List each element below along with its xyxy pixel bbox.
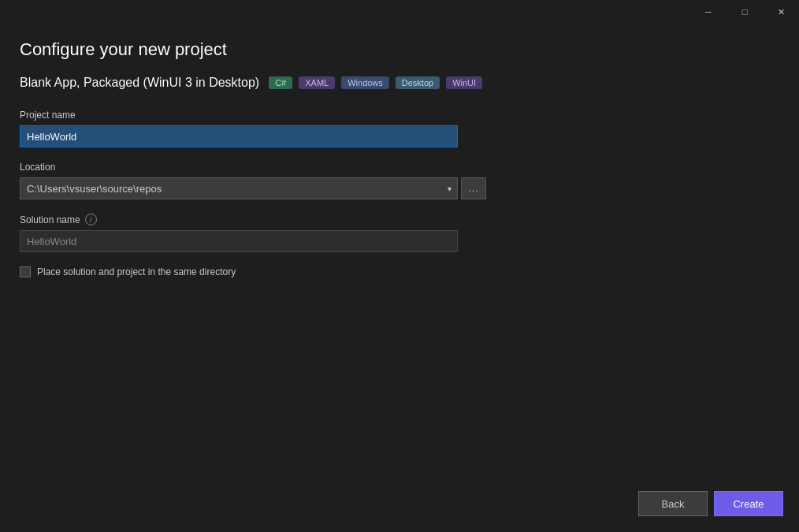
- main-content: Configure your new project Blank App, Pa…: [0, 24, 799, 293]
- location-group: Location ...: [20, 162, 779, 199]
- location-label: Location: [20, 162, 779, 173]
- same-directory-checkbox[interactable]: [20, 266, 31, 277]
- tag-csharp: C#: [269, 76, 292, 89]
- back-button[interactable]: Back: [638, 491, 708, 516]
- location-select-wrapper: [20, 177, 458, 199]
- close-button[interactable]: ✕: [763, 0, 799, 24]
- maximize-button[interactable]: □: [727, 0, 763, 24]
- project-name-input[interactable]: [20, 125, 458, 147]
- title-bar: ─ □ ✕: [0, 0, 799, 24]
- solution-name-input[interactable]: [20, 230, 458, 252]
- project-type-row: Blank App, Packaged (WinUI 3 in Desktop)…: [20, 76, 779, 90]
- solution-name-label-row: Solution name i: [20, 214, 779, 225]
- create-button[interactable]: Create: [714, 491, 783, 516]
- same-directory-label[interactable]: Place solution and project in the same d…: [37, 266, 236, 277]
- tag-desktop: Desktop: [396, 76, 440, 89]
- location-input[interactable]: [20, 177, 458, 199]
- solution-name-info-icon: i: [85, 214, 97, 225]
- tag-winui: WinUI: [446, 76, 482, 89]
- location-row: ...: [20, 177, 779, 199]
- page-title: Configure your new project: [20, 39, 779, 60]
- minimize-button[interactable]: ─: [690, 0, 727, 24]
- bottom-bar: Back Create: [638, 491, 783, 516]
- tag-windows: Windows: [341, 76, 389, 89]
- project-name-group: Project name: [20, 110, 779, 147]
- browse-button[interactable]: ...: [461, 177, 486, 199]
- project-name-label: Project name: [20, 110, 779, 121]
- same-directory-row: Place solution and project in the same d…: [20, 266, 779, 277]
- tag-xaml: XAML: [299, 76, 335, 89]
- solution-name-label: Solution name: [20, 214, 80, 225]
- project-type-name: Blank App, Packaged (WinUI 3 in Desktop): [20, 76, 259, 90]
- solution-name-group: Solution name i: [20, 214, 779, 252]
